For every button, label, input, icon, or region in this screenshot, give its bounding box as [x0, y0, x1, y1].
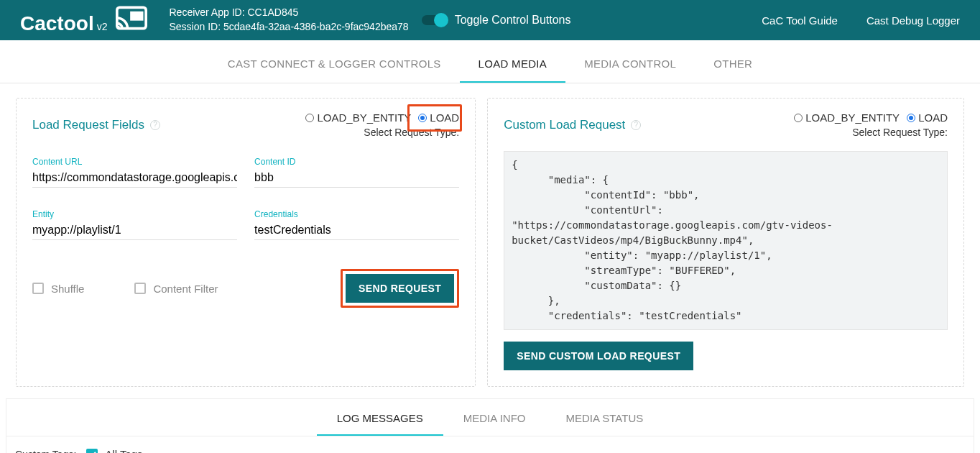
radio-load-left[interactable]: LOAD: [418, 111, 459, 124]
content-url-input[interactable]: [32, 168, 237, 188]
request-type-label-right: Select Request Type:: [794, 127, 948, 138]
shuffle-checkbox[interactable]: Shuffle: [32, 283, 84, 295]
send-request-button[interactable]: SEND REQUEST: [346, 274, 454, 303]
logo-subtext: v2: [97, 21, 108, 32]
link-cac-guide[interactable]: CaC Tool Guide: [762, 14, 838, 27]
cast-icon: [116, 6, 147, 33]
tab-media-control[interactable]: MEDIA CONTROL: [565, 43, 695, 83]
main-tabs: CAST CONNECT & LOGGER CONTROLS LOAD MEDI…: [0, 43, 980, 83]
logo: Cactool v2: [20, 6, 147, 35]
help-icon[interactable]: ?: [150, 120, 160, 130]
radio-load-by-entity-left[interactable]: LOAD_BY_ENTITY: [305, 111, 411, 124]
panel-title-left: Load Request Fields: [32, 118, 144, 132]
logo-text: Cactool: [20, 12, 94, 35]
receiver-label: Receiver App ID:: [169, 6, 244, 18]
content-id-label: Content ID: [254, 157, 459, 167]
load-request-fields-panel: Load Request Fields ? LOAD_BY_ENTITY LOA…: [16, 98, 476, 387]
session-value: 5cdae4fa-32aa-4386-ba2c-9fac942bea78: [223, 21, 409, 32]
content-url-label: Content URL: [32, 157, 237, 167]
credentials-input[interactable]: [254, 221, 459, 240]
receiver-value: CC1AD845: [247, 6, 298, 18]
request-type-label-left: Select Request Type:: [305, 127, 459, 138]
tab-log-messages[interactable]: LOG MESSAGES: [317, 399, 443, 436]
tab-media-status[interactable]: MEDIA STATUS: [545, 399, 663, 436]
tab-load-media[interactable]: LOAD MEDIA: [460, 43, 566, 83]
custom-load-request-panel: Custom Load Request ? LOAD_BY_ENTITY LOA…: [487, 98, 964, 387]
credentials-label: Credentials: [254, 209, 459, 219]
svg-rect-2: [131, 11, 144, 20]
session-info: Receiver App ID: CC1AD845 Session ID: 5c…: [169, 6, 408, 34]
content-filter-checkbox[interactable]: Content Filter: [134, 283, 218, 295]
tab-other[interactable]: OTHER: [695, 43, 771, 83]
toggle-control-buttons[interactable]: [422, 15, 446, 25]
all-tags-checkbox[interactable]: All Tags: [86, 448, 142, 453]
radio-load-right[interactable]: LOAD: [907, 111, 948, 124]
panel-title-right: Custom Load Request: [504, 118, 625, 132]
send-custom-load-request-button[interactable]: SEND CUSTOM LOAD REQUEST: [504, 342, 693, 370]
custom-load-json-textarea[interactable]: { "media": { "contentId": "bbb", "conten…: [504, 151, 948, 330]
entity-label: Entity: [32, 209, 237, 219]
tab-cast-connect[interactable]: CAST CONNECT & LOGGER CONTROLS: [209, 43, 460, 83]
log-section: LOG MESSAGES MEDIA INFO MEDIA STATUS Cus…: [6, 398, 974, 453]
highlight-send-request: SEND REQUEST: [341, 269, 459, 308]
link-cast-debug-logger[interactable]: Cast Debug Logger: [866, 14, 960, 27]
entity-input[interactable]: [32, 221, 237, 240]
app-header: Cactool v2 Receiver App ID: CC1AD845 Ses…: [0, 0, 980, 40]
content-id-input[interactable]: [254, 168, 459, 188]
custom-tags-label: Custom Tags:: [15, 449, 76, 454]
radio-load-by-entity-right[interactable]: LOAD_BY_ENTITY: [794, 111, 900, 124]
session-label: Session ID:: [169, 21, 221, 32]
tab-media-info[interactable]: MEDIA INFO: [443, 399, 546, 436]
toggle-label: Toggle Control Buttons: [455, 14, 571, 27]
help-icon[interactable]: ?: [631, 120, 641, 130]
svg-point-1: [117, 25, 120, 28]
